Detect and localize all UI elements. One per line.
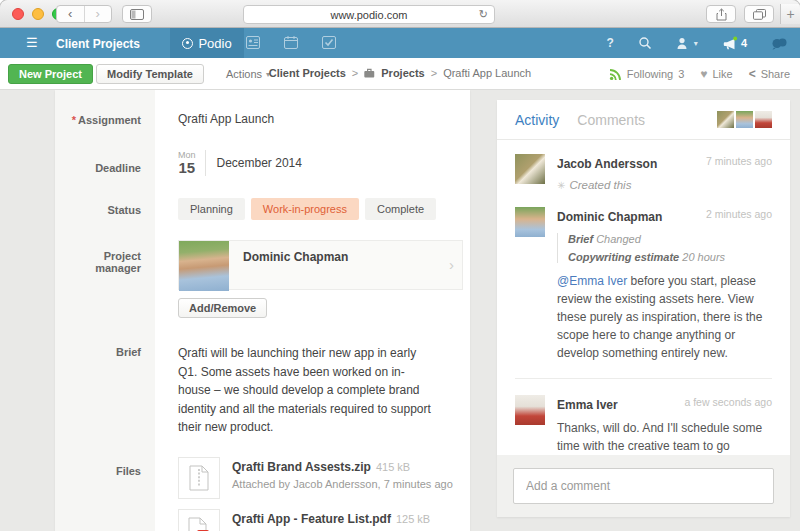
- status-label: Status: [55, 198, 155, 220]
- comment-input[interactable]: [513, 468, 774, 504]
- project-manager-label: Project manager: [55, 240, 155, 318]
- brief-text[interactable]: Qrafti will be launching their new app i…: [155, 344, 445, 437]
- share-icon: <: [749, 67, 756, 81]
- deadline-value[interactable]: Mon 15 December 2014: [155, 150, 470, 176]
- project-detail-card: *Assignment Qrafti App Launch Deadline M…: [55, 90, 470, 531]
- following-feed-icon: [609, 68, 622, 81]
- sidebar-toggle-button[interactable]: [122, 5, 152, 23]
- like-button[interactable]: ♥ Like: [700, 67, 732, 81]
- share-label: Share: [761, 68, 790, 80]
- sidebar-icon: [130, 9, 144, 20]
- participant-avatars: [717, 111, 772, 128]
- megaphone-icon: [722, 36, 738, 51]
- minimize-window-button[interactable]: [32, 8, 44, 20]
- add-remove-button[interactable]: Add/Remove: [178, 298, 267, 318]
- field-change-list: Brief Changed Copywriting estimate 20 ho…: [557, 233, 772, 263]
- chat-icon[interactable]: [771, 37, 788, 50]
- breadcrumb-item-title: Qrafti App Launch: [443, 67, 531, 79]
- file-name: Qrafti App - Feature List.pdf: [232, 512, 391, 526]
- status-field: Status Planning Work-in-progress Complet…: [55, 198, 470, 220]
- activity-timestamp: 2 minutes ago: [706, 208, 772, 220]
- feed-divider: [515, 378, 772, 379]
- calendar-app-icon[interactable]: [284, 36, 298, 49]
- close-window-button[interactable]: [12, 8, 24, 20]
- address-bar[interactable]: www.podio.com ↻: [243, 5, 495, 24]
- toolbar-right-actions: Following 3 ♥ Like < Share: [609, 67, 790, 81]
- navbar-right-icons: ? ▾ 4: [607, 28, 788, 58]
- following-count: 3: [678, 68, 684, 80]
- browser-window: ‹ › www.podio.com ↻ +: [0, 0, 800, 531]
- project-manager-field: Project manager Dominic Chapman › Add/Re…: [55, 240, 470, 318]
- assignment-value[interactable]: Qrafti App Launch: [155, 112, 470, 126]
- notifications-button[interactable]: 4: [722, 36, 747, 51]
- assignment-label: *Assignment: [55, 112, 155, 126]
- podio-logo-icon: [182, 38, 193, 49]
- show-tabs-button[interactable]: [744, 5, 774, 23]
- chevron-down-icon: ▾: [694, 39, 698, 48]
- activity-author[interactable]: Emma Iver: [557, 398, 618, 412]
- breadcrumb-separator: >: [431, 67, 437, 79]
- contact-card[interactable]: Dominic Chapman ›: [178, 240, 463, 290]
- zip-file-icon: [178, 457, 220, 499]
- plus-icon: +: [786, 6, 794, 22]
- avatar[interactable]: [515, 207, 545, 237]
- workspace-name[interactable]: Client Projects: [56, 37, 140, 51]
- files-label: Files: [55, 457, 155, 531]
- user-mention-link[interactable]: @Emma Iver: [557, 274, 627, 288]
- activity-author[interactable]: Jacob Andersson: [557, 157, 657, 171]
- contact-name: Dominic Chapman: [243, 250, 348, 264]
- pdf-file-icon: [178, 509, 220, 531]
- activity-entry-changes: Dominic Chapman 2 minutes ago Brief Chan…: [515, 207, 772, 362]
- status-option-complete[interactable]: Complete: [365, 198, 436, 220]
- search-icon[interactable]: [638, 36, 652, 50]
- reload-icon[interactable]: ↻: [479, 8, 488, 21]
- activity-timestamp: a few seconds ago: [684, 396, 772, 408]
- new-project-button[interactable]: New Project: [8, 64, 93, 84]
- activity-message: @Emma Iver before you start, please revi…: [557, 272, 772, 362]
- hamburger-menu-icon[interactable]: ☰: [26, 36, 38, 50]
- created-this-icon: ✳: [557, 180, 565, 191]
- avatar[interactable]: [736, 111, 753, 128]
- user-menu[interactable]: ▾: [676, 37, 698, 50]
- podio-home-button[interactable]: Podio: [170, 28, 244, 58]
- share-page-button[interactable]: [706, 5, 736, 23]
- contacts-app-icon[interactable]: [246, 36, 260, 49]
- modify-template-button[interactable]: Modify Template: [96, 64, 204, 84]
- browser-chrome: ‹ › www.podio.com ↻ +: [0, 0, 800, 28]
- chevron-right-icon: ›: [449, 256, 454, 273]
- url-text: www.podio.com: [330, 9, 407, 21]
- podio-navbar: ☰ Client Projects Podio ?: [0, 28, 800, 58]
- activity-panel: Activity Comments Jacob Andersson 7 minu…: [497, 100, 790, 517]
- forward-button[interactable]: ›: [84, 6, 112, 22]
- breadcrumb-app[interactable]: Projects: [381, 67, 424, 79]
- tab-activity[interactable]: Activity: [515, 112, 559, 128]
- activity-author[interactable]: Dominic Chapman: [557, 210, 662, 224]
- file-attached-by: Attached by Jacob Andersson, 7 minutes a…: [232, 478, 453, 490]
- activity-entry-created: Jacob Andersson 7 minutes ago ✳Created t…: [515, 154, 772, 191]
- item-toolbar: New Project Modify Template Actions ▾ Cl…: [0, 58, 800, 90]
- avatar[interactable]: [717, 111, 734, 128]
- file-attachment-pdf[interactable]: Qrafti App - Feature List.pdf125 kB Atta…: [178, 509, 460, 531]
- actions-label: Actions: [226, 68, 262, 80]
- tasks-app-icon[interactable]: [322, 36, 336, 49]
- back-button[interactable]: ‹: [57, 6, 84, 22]
- breadcrumb: Client Projects > Projects > Qrafti App …: [269, 67, 531, 79]
- status-option-planning[interactable]: Planning: [178, 198, 245, 220]
- new-tab-button[interactable]: +: [780, 4, 800, 24]
- avatar[interactable]: [515, 154, 545, 184]
- notification-count-badge: 4: [741, 37, 747, 49]
- actions-menu[interactable]: Actions ▾: [226, 68, 270, 80]
- breadcrumb-separator: >: [352, 67, 358, 79]
- avatar[interactable]: [755, 111, 772, 128]
- history-nav-buttons: ‹ ›: [56, 5, 112, 23]
- following-button[interactable]: Following 3: [609, 68, 685, 81]
- help-icon[interactable]: ?: [607, 36, 614, 50]
- share-button[interactable]: < Share: [749, 67, 790, 81]
- avatar: [179, 241, 229, 291]
- changed-field-value: 20 hours: [682, 251, 725, 263]
- status-option-work-in-progress[interactable]: Work-in-progress: [251, 198, 359, 220]
- avatar[interactable]: [515, 395, 545, 425]
- tab-comments[interactable]: Comments: [577, 112, 645, 128]
- breadcrumb-workspace[interactable]: Client Projects: [269, 67, 346, 79]
- file-attachment-zip[interactable]: Qrafti Brand Assests.zip415 kB Attached …: [178, 457, 460, 499]
